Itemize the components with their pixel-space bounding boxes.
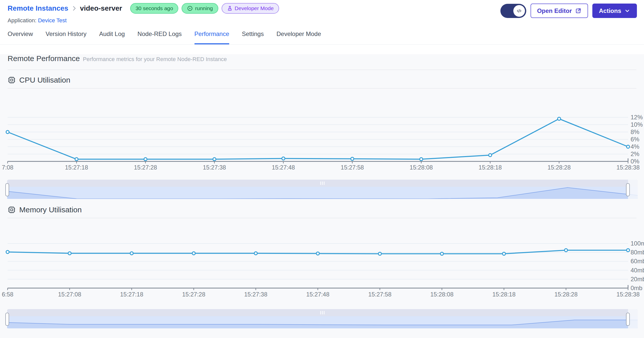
cpu-chip-icon: [8, 76, 16, 84]
developer-mode-text: Developer Mode: [235, 5, 274, 11]
last-seen-badge: 30 seconds ago: [130, 3, 178, 14]
memory-brush-track[interactable]: [7, 309, 638, 316]
spacer: [0, 218, 644, 237]
svg-text:15:27:38: 15:27:38: [244, 291, 267, 298]
code-icon: [513, 5, 525, 17]
svg-text:15:28:08: 15:28:08: [430, 291, 453, 298]
tab-overview[interactable]: Overview: [8, 30, 33, 44]
cpu-section-title: CPU Utilisation: [19, 76, 70, 84]
cpu-brush-grip-icon[interactable]: [320, 181, 325, 185]
memory-brush[interactable]: [7, 309, 638, 328]
page-head: Remote Performance Performance metrics f…: [8, 54, 636, 63]
instance-name: video-server: [80, 4, 122, 12]
topbar-left: Remote Instances video-server 30 seconds…: [8, 3, 279, 24]
tab-settings[interactable]: Settings: [242, 30, 264, 44]
cpu-brush[interactable]: [7, 180, 638, 199]
svg-text:4%: 4%: [631, 143, 639, 150]
beaker-icon: [227, 6, 233, 11]
cpu-section-header: CPU Utilisation: [8, 76, 636, 84]
svg-text:20mb: 20mb: [631, 276, 644, 283]
page-title: Remote Performance: [8, 54, 80, 63]
performance-panel: Remote Performance Performance metrics f…: [0, 54, 644, 338]
breadcrumb-remote-instances[interactable]: Remote Instances: [8, 4, 68, 12]
memory-section-header: Memory Utilisation: [8, 205, 636, 214]
svg-text:15:28:08: 15:28:08: [410, 164, 433, 171]
page-subtitle: Performance metrics for your Remote Node…: [83, 56, 227, 63]
divider: [8, 70, 636, 70]
memory-section-title: Memory Utilisation: [19, 205, 82, 214]
tab-bar: OverviewVersion HistoryAudit LogNode-RED…: [0, 24, 644, 45]
external-link-icon: [575, 8, 581, 14]
application-link[interactable]: Device Test: [38, 17, 67, 24]
tab-node-red-logs[interactable]: Node-RED Logs: [138, 30, 182, 44]
status-badge: running: [182, 3, 218, 14]
svg-text:15:27:58: 15:27:58: [341, 164, 364, 171]
actions-button[interactable]: Actions: [592, 4, 637, 18]
memory-brush-right-handle[interactable]: [626, 313, 630, 326]
spacer: [0, 88, 644, 109]
play-circle-icon: [187, 5, 193, 11]
chevron-right-icon: [71, 5, 77, 12]
cpu-brush-track[interactable]: [7, 180, 638, 187]
svg-text:0mb: 0mb: [631, 285, 642, 291]
svg-text:15:27:58: 15:27:58: [368, 291, 391, 298]
cpu-chip-icon: [8, 206, 16, 214]
cpu-brush-right-handle[interactable]: [626, 183, 630, 196]
svg-text:15:27:48: 15:27:48: [272, 164, 295, 171]
cpu-chart: 0%2%4%6%8%10%12%7:0815:27:1815:27:2815:2…: [0, 109, 644, 172]
application-row: Application: Device Test: [8, 17, 279, 24]
tab-performance[interactable]: Performance: [194, 30, 229, 44]
svg-text:100mb: 100mb: [631, 240, 644, 247]
status-text: running: [195, 5, 213, 11]
actions-label: Actions: [599, 7, 621, 14]
open-editor-button[interactable]: Open Editor: [531, 4, 588, 18]
memory-chart: 0mb20mb40mb60mb80mb100mb6:5815:27:0815:2…: [0, 237, 644, 299]
svg-text:6:58: 6:58: [2, 291, 13, 298]
svg-text:15:28:28: 15:28:28: [554, 291, 577, 298]
svg-text:60mb: 60mb: [631, 258, 644, 265]
open-editor-label: Open Editor: [537, 7, 572, 14]
chevron-down-icon: [624, 8, 630, 14]
topbar-actions: Open Editor Actions: [500, 3, 637, 18]
svg-text:15:28:18: 15:28:18: [492, 291, 515, 298]
developer-mode-toggle[interactable]: [500, 4, 526, 18]
svg-text:15:27:18: 15:27:18: [120, 291, 143, 298]
svg-text:15:27:28: 15:27:28: [182, 291, 205, 298]
svg-text:40mb: 40mb: [631, 267, 644, 274]
tab-version-history[interactable]: Version History: [46, 30, 86, 44]
tab-developer-mode[interactable]: Developer Mode: [277, 30, 321, 44]
svg-text:15:27:48: 15:27:48: [306, 291, 329, 298]
svg-text:15:27:08: 15:27:08: [58, 291, 81, 298]
badge-group: 30 seconds ago running Developer Mode: [130, 3, 279, 14]
svg-text:7:08: 7:08: [2, 164, 13, 171]
svg-text:15:28:38: 15:28:38: [616, 164, 639, 171]
application-label: Application:: [8, 17, 36, 24]
svg-text:15:27:28: 15:27:28: [134, 164, 157, 171]
svg-text:0%: 0%: [631, 158, 639, 165]
svg-text:15:27:38: 15:27:38: [203, 164, 226, 171]
cpu-brush-left-handle[interactable]: [5, 183, 9, 196]
svg-text:6%: 6%: [631, 136, 639, 143]
svg-text:12%: 12%: [631, 114, 643, 121]
developer-mode-badge: Developer Mode: [222, 3, 279, 14]
svg-text:15:28:18: 15:28:18: [479, 164, 502, 171]
svg-text:10%: 10%: [631, 121, 643, 128]
svg-text:15:28:38: 15:28:38: [616, 291, 639, 298]
memory-brush-minimap: [7, 316, 638, 328]
svg-text:15:27:18: 15:27:18: [65, 164, 88, 171]
topbar: Remote Instances video-server 30 seconds…: [0, 0, 644, 24]
svg-text:15:28:28: 15:28:28: [548, 164, 571, 171]
memory-brush-left-handle[interactable]: [5, 313, 9, 326]
cpu-brush-minimap: [7, 187, 638, 199]
breadcrumb: Remote Instances video-server 30 seconds…: [8, 3, 279, 14]
svg-text:8%: 8%: [631, 128, 639, 135]
svg-text:2%: 2%: [631, 151, 639, 157]
tab-audit-log[interactable]: Audit Log: [99, 30, 125, 44]
svg-text:80mb: 80mb: [631, 249, 644, 256]
memory-brush-grip-icon[interactable]: [320, 311, 325, 314]
last-seen-text: 30 seconds ago: [135, 5, 173, 11]
